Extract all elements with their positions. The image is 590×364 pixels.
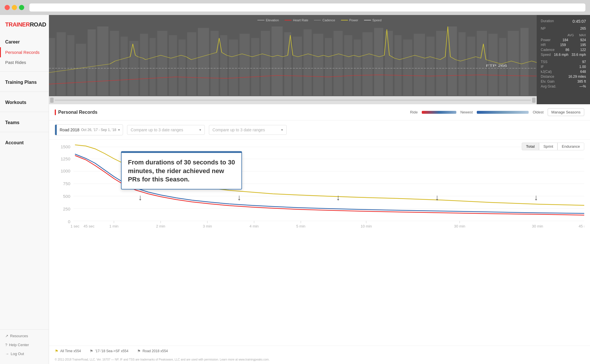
- hr-stat-row: HR 159 195: [541, 43, 586, 47]
- sidebar-item-training-plans[interactable]: Training Plans: [0, 76, 49, 88]
- svg-text:45 sec: 45 sec: [84, 224, 94, 228]
- compare-select-1[interactable]: Compare up to 3 date ranges ▾: [127, 125, 205, 135]
- sidebar-help[interactable]: ? Help Center: [0, 340, 49, 349]
- power-avg: 184: [562, 38, 568, 42]
- manage-seasons-button[interactable]: Manage Seasons: [548, 108, 584, 116]
- season-name: Road 2018: [60, 128, 80, 132]
- svg-rect-19: [239, 34, 249, 96]
- kj-value: 648: [580, 70, 586, 74]
- cadence-avg: 86: [566, 48, 569, 52]
- workout-chart-area: Elevation Heart Rate Cadence Power Speed: [49, 15, 590, 104]
- distance-row: Distance 16.29 miles: [541, 75, 586, 79]
- hr-stat-label: HR: [541, 43, 546, 47]
- arrow-3: ↓: [336, 193, 340, 202]
- svg-rect-26: [313, 34, 323, 96]
- ride-gradient-container: [422, 111, 456, 114]
- maximize-button[interactable]: [19, 5, 24, 10]
- oldest-label: Oldest: [533, 110, 544, 114]
- distance-label: Distance: [541, 75, 554, 79]
- pr-title: Personal Records: [58, 110, 97, 115]
- svg-rect-38: [436, 31, 446, 96]
- grad-value: —%: [579, 84, 586, 88]
- svg-text:250: 250: [63, 207, 70, 211]
- nav-workouts-section: Workouts: [0, 94, 49, 110]
- svg-text:4 min: 4 min: [249, 224, 259, 228]
- svg-rect-29: [344, 35, 352, 96]
- sidebar-logout[interactable]: → Log Out: [0, 349, 49, 358]
- svg-rect-5: [97, 26, 109, 96]
- road-2018-label: Road 2018 x554: [143, 349, 168, 353]
- sidebar-divider-2: [0, 92, 49, 92]
- help-icon: ?: [5, 343, 7, 347]
- sidebar-item-personal-records[interactable]: Personal Records: [0, 47, 49, 57]
- power-max: 924: [580, 38, 586, 42]
- svg-rect-42: [477, 31, 487, 96]
- controls-row: Road 2018 Oct 26, '17 - Sep 1, '18 ▾ Com…: [49, 120, 590, 140]
- svg-rect-10: [150, 38, 156, 96]
- svg-rect-3: [76, 44, 86, 96]
- svg-text:10 min: 10 min: [361, 224, 372, 228]
- newest-label: Newest: [460, 110, 473, 114]
- sidebar-item-career[interactable]: Career: [0, 35, 49, 47]
- total-button[interactable]: Total: [522, 143, 539, 150]
- sprint-button[interactable]: Sprint: [539, 143, 557, 150]
- sidebar-item-account[interactable]: Account: [0, 136, 49, 148]
- footer-sea-sf: ⚑ '17-'18 Sea->SF x554: [90, 349, 128, 353]
- sidebar-item-teams[interactable]: Teams: [0, 116, 49, 128]
- cadence-stat-row: Cadence 86 122: [541, 48, 586, 52]
- svg-text:1 min: 1 min: [109, 224, 119, 228]
- sidebar-item-past-rides[interactable]: Past Rides: [0, 57, 49, 67]
- copyright: © 2011-2018 TrainerRoad, LLC. Ver. 16707…: [49, 358, 590, 364]
- svg-text:2 min: 2 min: [156, 224, 165, 228]
- svg-rect-36: [414, 34, 425, 96]
- svg-rect-32: [374, 28, 383, 96]
- logout-label: Log Out: [11, 352, 24, 356]
- if-value: 1.00: [579, 65, 586, 69]
- pr-chart-container: Total Sprint Endurance 1500 1250 1000 75…: [49, 140, 590, 346]
- svg-rect-24: [293, 37, 302, 96]
- svg-rect-37: [426, 37, 434, 96]
- svg-text:1250: 1250: [60, 157, 70, 161]
- compare-select-2[interactable]: Compare up to 3 date ranges ▾: [209, 125, 287, 135]
- minimize-button[interactable]: [12, 5, 17, 10]
- url-bar[interactable]: [29, 3, 585, 12]
- road-2018-flag-icon: ⚑: [137, 349, 141, 353]
- svg-rect-40: [458, 32, 466, 96]
- logo-trainer: TRAINER: [5, 21, 30, 28]
- resources-icon: ↗: [5, 334, 8, 338]
- hr-max: 195: [580, 43, 586, 47]
- svg-rect-45: [508, 31, 519, 96]
- sea-sf-label: '17-'18 Sea->SF x554: [95, 349, 128, 353]
- workout-svg: FTP 266: [49, 15, 537, 96]
- if-label: IF: [541, 65, 544, 69]
- max-header: MAX: [579, 33, 586, 37]
- elv-label: Elv. Gain: [541, 79, 555, 84]
- endurance-button[interactable]: Endurance: [557, 143, 584, 150]
- timeline-left-handle[interactable]: [50, 98, 54, 103]
- speed-max: 33.6 mph: [572, 53, 586, 57]
- svg-rect-34: [394, 35, 402, 96]
- svg-rect-39: [448, 26, 457, 96]
- app-container: TRAINERROAD Career Personal Records Past…: [0, 15, 590, 364]
- hr-avg: 159: [560, 43, 566, 47]
- arrow-5: ↓: [534, 193, 538, 202]
- help-label: Help Center: [9, 343, 29, 347]
- power-stat-row: Power 184 924: [541, 38, 586, 42]
- svg-rect-13: [179, 39, 186, 96]
- footer-road-2018: ⚑ Road 2018 x554: [137, 349, 168, 353]
- compare1-chevron-icon: ▾: [199, 128, 201, 132]
- svg-rect-23: [284, 32, 292, 96]
- sidebar-bottom-divider: [0, 329, 49, 330]
- svg-text:30 min: 30 min: [454, 224, 465, 228]
- sidebar-resources[interactable]: ↗ Resources: [0, 331, 49, 340]
- season-selector[interactable]: Road 2018 Oct 26, '17 - Sep 1, '18 ▾: [55, 124, 123, 135]
- close-button[interactable]: [5, 5, 10, 10]
- timeline-bar[interactable]: [49, 96, 537, 104]
- logo-text: TRAINERROAD: [5, 21, 44, 28]
- all-time-label: All Time x554: [60, 349, 81, 353]
- duration-label: Duration: [541, 19, 554, 24]
- pr-header: Personal Records Ride Newest Oldest Mana…: [49, 104, 590, 120]
- svg-rect-20: [251, 38, 259, 96]
- sidebar-item-workouts[interactable]: Workouts: [0, 96, 49, 108]
- timeline-right-handle[interactable]: [532, 98, 536, 103]
